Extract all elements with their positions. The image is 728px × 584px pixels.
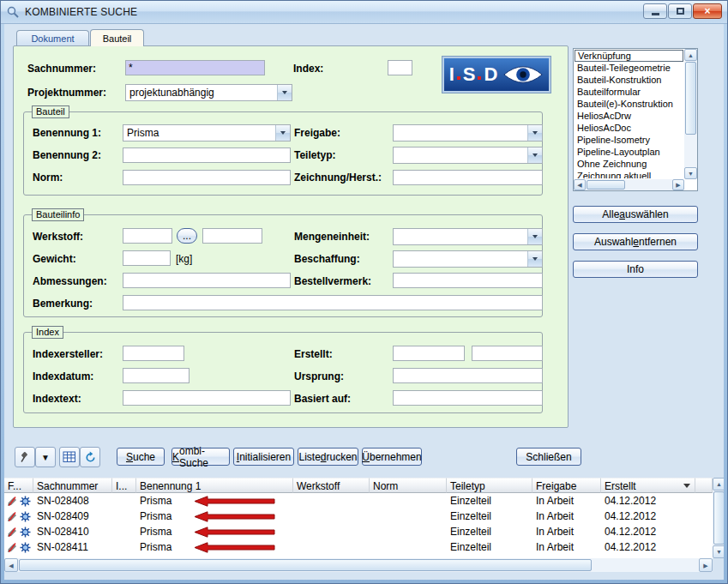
column-header[interactable]: Erstellt xyxy=(601,478,695,493)
scroll-down-icon[interactable]: ▼ xyxy=(684,167,697,179)
table-row[interactable]: SN-028411 Prisma Einzelteil In Arbeit 04… xyxy=(4,539,713,555)
chevron-down-icon[interactable] xyxy=(277,85,292,100)
list-item[interactable]: Pipeline-Layoutplan xyxy=(575,146,683,158)
table-vertical-scrollbar[interactable]: ▲ ▼ xyxy=(713,478,724,558)
indextext-input[interactable] xyxy=(123,390,291,406)
column-header[interactable]: Benennung 1 xyxy=(136,478,293,493)
table-horizontal-scrollbar[interactable]: ◀ ▶ xyxy=(4,558,713,572)
chevron-down-icon[interactable] xyxy=(527,251,542,267)
filter-dropdown-button[interactable]: ▼ xyxy=(35,447,56,467)
close-button[interactable]: × xyxy=(693,3,722,19)
projektnummer-combo[interactable]: projektunabhängig xyxy=(125,84,292,101)
column-header[interactable]: F... xyxy=(4,478,33,493)
scroll-up-icon[interactable]: ▲ xyxy=(713,478,724,491)
index-input[interactable] xyxy=(388,60,412,75)
erstellt-input-2[interactable] xyxy=(472,346,543,361)
werkstoff-browse-button[interactable]: ... xyxy=(177,228,197,244)
alle-auswaehlen-button[interactable]: Alle auswählen xyxy=(573,206,698,223)
werkstoff-input[interactable] xyxy=(123,228,172,244)
list-item[interactable]: Zeichnung aktuell xyxy=(575,170,683,178)
list-item[interactable]: Bauteilformular xyxy=(575,86,683,98)
list-item[interactable]: Bauteil(e)-Konstruktion xyxy=(575,98,683,110)
liste-drucken-button[interactable]: Liste drucken xyxy=(298,448,358,466)
list-item[interactable]: Bauteil-Konstruktion xyxy=(575,74,683,86)
chevron-down-icon[interactable] xyxy=(527,148,542,163)
list-item[interactable]: Pipeline-Isometry xyxy=(575,134,683,146)
column-header[interactable]: I... xyxy=(112,478,136,493)
sachnummer-input[interactable] xyxy=(125,60,265,75)
chevron-down-icon[interactable] xyxy=(527,125,542,141)
uebernehmen-button[interactable]: Übernehmen xyxy=(362,448,422,466)
zeichnung-herst-input[interactable] xyxy=(393,170,543,185)
column-header[interactable]: Norm xyxy=(370,478,447,493)
column-header[interactable]: Teiletyp xyxy=(447,478,532,493)
verknuepfung-listbox[interactable]: Verknüpfung Bauteil-Teilegeometrie Baute… xyxy=(573,48,698,191)
indexersteller-input[interactable] xyxy=(123,346,184,361)
freigabe-combo[interactable] xyxy=(393,124,543,141)
column-header[interactable]: Freigabe xyxy=(532,478,601,493)
pin-icon xyxy=(19,451,31,463)
table-row[interactable]: SN-028409 Prisma Einzelteil In Arbeit 04… xyxy=(4,509,713,524)
gewicht-input[interactable] xyxy=(123,250,171,266)
refresh-button[interactable] xyxy=(80,447,100,467)
list-item[interactable]: HeliosAcDrw xyxy=(575,110,683,122)
list-item[interactable]: HeliosAcDoc xyxy=(575,122,683,134)
bestellvermerk-input[interactable] xyxy=(393,273,543,288)
pin-button[interactable] xyxy=(15,447,35,467)
tab-bauteil[interactable]: Bauteil xyxy=(90,29,144,46)
column-header[interactable]: Sachnummer xyxy=(33,478,112,493)
scrollbar-thumb[interactable] xyxy=(685,62,696,135)
ursprung-input[interactable] xyxy=(393,368,543,383)
chevron-down-icon[interactable] xyxy=(275,125,290,141)
list-item[interactable]: Bauteil-Teilegeometrie xyxy=(575,62,683,74)
pencil-slash-icon xyxy=(7,496,18,507)
scroll-left-icon[interactable]: ◀ xyxy=(4,558,18,572)
abmessungen-input[interactable] xyxy=(123,273,291,288)
auswahl-entfernen-button[interactable]: Auswahl entfernen xyxy=(573,233,698,250)
suche-button[interactable]: Suche xyxy=(117,448,165,466)
mengeneinheit-combo[interactable] xyxy=(393,228,543,245)
column-header[interactable]: Werkstoff xyxy=(293,478,370,493)
scroll-left-icon[interactable]: ◀ xyxy=(574,179,586,190)
scrollbar-thumb[interactable] xyxy=(19,559,592,571)
beschaffung-combo[interactable] xyxy=(393,250,543,268)
scrollbar-thumb[interactable] xyxy=(713,491,724,545)
scrollbar-thumb[interactable] xyxy=(587,180,625,190)
cell-freigabe: In Arbeit xyxy=(532,493,601,509)
teiletyp-combo[interactable] xyxy=(393,147,543,164)
titlebar[interactable]: KOMBINIERTE SUCHE × xyxy=(1,1,727,24)
info-button[interactable]: Info xyxy=(573,261,698,278)
scroll-right-icon[interactable]: ▶ xyxy=(699,558,713,572)
scroll-right-icon[interactable]: ▶ xyxy=(672,179,684,190)
table-row[interactable]: SN-028408 Prisma Einzelteil In Arbeit 04… xyxy=(4,493,713,509)
maximize-button[interactable] xyxy=(668,3,692,19)
norm-input[interactable] xyxy=(123,170,291,185)
listbox-vertical-scrollbar[interactable]: ▲ ▼ xyxy=(684,49,697,179)
result-grid-button[interactable] xyxy=(59,447,80,467)
bemerkung-input[interactable] xyxy=(123,295,543,310)
cell-index xyxy=(112,524,136,539)
benennung2-input[interactable] xyxy=(123,148,291,163)
tab-dokument[interactable]: Dokument xyxy=(16,30,89,46)
initialisieren-button[interactable]: Initialisieren xyxy=(233,448,294,466)
logo-letter-i: I xyxy=(449,65,454,84)
chevron-down-icon[interactable] xyxy=(527,229,542,244)
schliessen-button[interactable]: Schließen xyxy=(516,448,581,466)
benennung1-combo[interactable]: Prisma xyxy=(123,124,291,141)
scroll-down-icon[interactable]: ▼ xyxy=(713,545,724,558)
kombi-suche-button[interactable]: Kombi-Suche xyxy=(171,448,230,466)
basiert-auf-input[interactable] xyxy=(393,390,543,406)
gewicht-label: Gewicht: xyxy=(33,253,76,265)
close-icon: × xyxy=(704,5,710,17)
erstellt-input-1[interactable] xyxy=(393,346,465,361)
list-item[interactable]: Ohne Zeichnung xyxy=(575,158,683,170)
table-row[interactable]: SN-028410 Prisma Einzelteil In Arbeit 04… xyxy=(4,524,713,539)
row-status-icons xyxy=(4,539,33,555)
indexdatum-input[interactable] xyxy=(123,368,190,383)
row-status-icons xyxy=(4,509,33,524)
scroll-up-icon[interactable]: ▲ xyxy=(684,49,697,61)
werkstoff-input-2[interactable] xyxy=(202,228,262,244)
listbox-horizontal-scrollbar[interactable]: ◀ ▶ xyxy=(574,179,684,190)
minimize-button[interactable] xyxy=(643,3,667,19)
list-item[interactable]: Verknüpfung xyxy=(575,50,683,62)
